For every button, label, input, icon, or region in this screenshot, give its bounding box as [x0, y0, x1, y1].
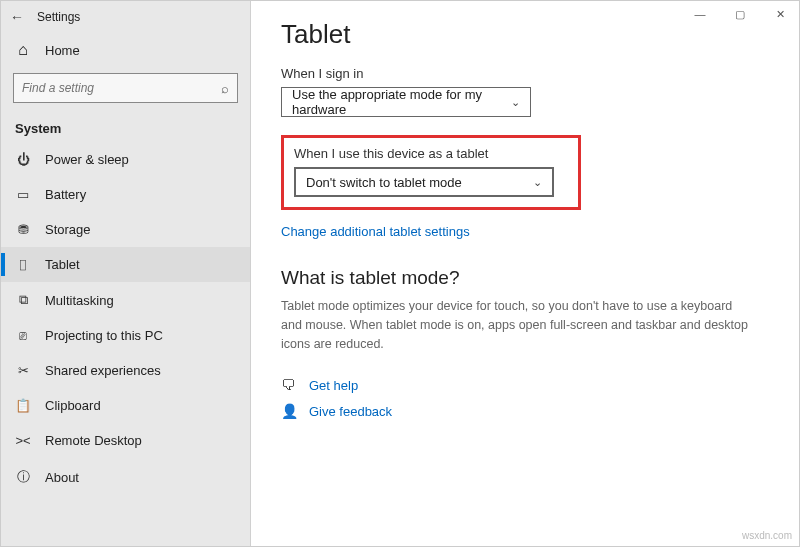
back-icon[interactable]: ←: [9, 9, 25, 25]
info-heading: What is tablet mode?: [281, 267, 769, 289]
nav-label: About: [45, 470, 79, 485]
nav-multitasking[interactable]: ⧉ Multitasking: [1, 282, 250, 318]
search-icon: ⌕: [221, 81, 229, 96]
storage-icon: ⛃: [15, 222, 31, 237]
device-tablet-label: When I use this device as a tablet: [294, 146, 568, 161]
device-tablet-select[interactable]: Don't switch to tablet mode ⌄: [294, 167, 554, 197]
give-feedback-row[interactable]: 👤 Give feedback: [281, 403, 769, 419]
chevron-down-icon: ⌄: [533, 176, 542, 189]
nav-about[interactable]: ⓘ About: [1, 458, 250, 496]
get-help-link: Get help: [309, 378, 358, 393]
close-button[interactable]: ✕: [760, 0, 800, 28]
help-icon: 🗨: [281, 377, 297, 393]
projecting-icon: ⎚: [15, 328, 31, 343]
home-label: Home: [45, 43, 80, 58]
minimize-button[interactable]: —: [680, 0, 720, 28]
home-icon: ⌂: [15, 41, 31, 59]
chevron-down-icon: ⌄: [511, 96, 520, 109]
nav-label: Projecting to this PC: [45, 328, 163, 343]
maximize-button[interactable]: ▢: [720, 0, 760, 28]
nav-storage[interactable]: ⛃ Storage: [1, 212, 250, 247]
signin-label: When I sign in: [281, 66, 769, 81]
nav-label: Multitasking: [45, 293, 114, 308]
remote-icon: ><: [15, 433, 31, 448]
nav-power-sleep[interactable]: ⏻ Power & sleep: [1, 142, 250, 177]
signin-value: Use the appropriate mode for my hardware: [292, 87, 511, 117]
nav-remote-desktop[interactable]: >< Remote Desktop: [1, 423, 250, 458]
watermark: wsxdn.com: [742, 530, 792, 541]
multitasking-icon: ⧉: [15, 292, 31, 308]
nav-shared-experiences[interactable]: ✂ Shared experiences: [1, 353, 250, 388]
nav-label: Power & sleep: [45, 152, 129, 167]
app-title: Settings: [37, 10, 80, 24]
device-tablet-value: Don't switch to tablet mode: [306, 175, 462, 190]
battery-icon: ▭: [15, 187, 31, 202]
signin-select[interactable]: Use the appropriate mode for my hardware…: [281, 87, 531, 117]
nav-tablet[interactable]: ⌷ Tablet: [1, 247, 250, 282]
nav-battery[interactable]: ▭ Battery: [1, 177, 250, 212]
nav-label: Remote Desktop: [45, 433, 142, 448]
titlebar: ← Settings: [1, 1, 250, 33]
clipboard-icon: 📋: [15, 398, 31, 413]
section-header: System: [1, 113, 250, 142]
nav-projecting[interactable]: ⎚ Projecting to this PC: [1, 318, 250, 353]
nav-label: Storage: [45, 222, 91, 237]
nav-label: Clipboard: [45, 398, 101, 413]
give-feedback-link: Give feedback: [309, 404, 392, 419]
nav-list: ⏻ Power & sleep ▭ Battery ⛃ Storage ⌷ Ta…: [1, 142, 250, 546]
about-icon: ⓘ: [15, 468, 31, 486]
window-controls: — ▢ ✕: [680, 0, 800, 28]
feedback-icon: 👤: [281, 403, 297, 419]
nav-label: Battery: [45, 187, 86, 202]
search-box[interactable]: ⌕: [13, 73, 238, 103]
info-description: Tablet mode optimizes your device for to…: [281, 297, 751, 353]
sidebar: ← Settings ⌂ Home ⌕ System ⏻ Power & sle…: [1, 1, 251, 546]
home-nav[interactable]: ⌂ Home: [1, 33, 250, 67]
highlighted-setting: When I use this device as a tablet Don't…: [281, 135, 581, 210]
shared-icon: ✂: [15, 363, 31, 378]
tablet-icon: ⌷: [15, 257, 31, 272]
search-input[interactable]: [22, 81, 221, 95]
power-icon: ⏻: [15, 152, 31, 167]
nav-label: Shared experiences: [45, 363, 161, 378]
change-settings-link[interactable]: Change additional tablet settings: [281, 224, 470, 239]
get-help-row[interactable]: 🗨 Get help: [281, 377, 769, 393]
main-panel: Tablet When I sign in Use the appropriat…: [251, 1, 799, 546]
nav-clipboard[interactable]: 📋 Clipboard: [1, 388, 250, 423]
nav-label: Tablet: [45, 257, 80, 272]
